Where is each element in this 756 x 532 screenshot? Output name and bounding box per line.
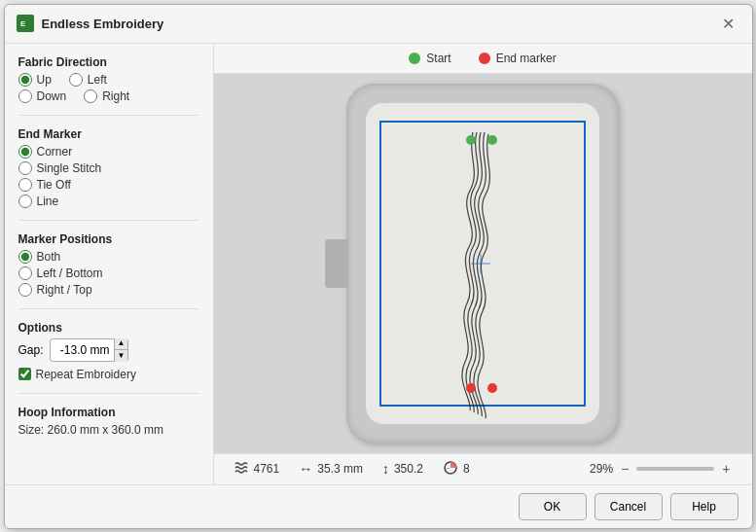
gap-input[interactable] [51,341,114,359]
corner-radio[interactable] [18,145,32,159]
canvas-area[interactable] [214,74,752,453]
end-dot [479,53,490,64]
fabric-down-option[interactable]: Down [18,89,67,103]
repeat-embroidery-option[interactable]: Repeat Embroidery [18,368,199,381]
single-stitch-radio[interactable] [18,161,32,175]
divider4 [18,393,199,394]
fabric-direction-title: Fabric Direction [18,55,199,69]
options-title: Options [18,321,199,335]
width-value: 35.3 mm [317,462,363,476]
start-legend: Start [409,52,450,65]
line-radio[interactable] [18,195,32,208]
gap-label: Gap: [18,343,44,357]
options-section: Options Gap: ▲ ▼ Repeat Embroidery [18,321,199,381]
tie-off-label: Tie Off [37,178,71,192]
both-radio[interactable] [18,250,32,264]
fabric-up-label: Up [37,73,52,87]
cancel-button[interactable]: Cancel [594,493,663,520]
embroidery-svg [366,103,599,424]
width-icon: ↔ [299,461,312,477]
gap-input-wrap: ▲ ▼ [50,338,129,362]
end-legend: End marker [479,52,557,65]
marker-positions-title: Marker Positions [18,232,199,246]
corner-label: Corner [37,145,73,159]
zoom-control: 29% − + [590,461,732,477]
fabric-down-label: Down [37,89,67,103]
zoom-in-button[interactable]: + [720,461,732,477]
preview-header: Start End marker [214,44,752,74]
height-value: 350.2 [394,462,423,476]
marker-both[interactable]: Both [18,250,199,264]
title-bar-left: E Endless Embroidery [17,15,164,32]
hoop-arm [325,239,348,288]
title-bar: E Endless Embroidery ✕ [5,5,752,44]
left-bottom-label: Left / Bottom [37,266,103,280]
hoop-outer [346,84,619,443]
gap-spin-up[interactable]: ▲ [115,338,128,351]
end-marker-group: Corner Single Stitch Tie Off Line [18,145,199,208]
end-marker-single[interactable]: Single Stitch [18,161,199,175]
repeat-checkbox[interactable] [18,368,31,380]
gap-spinners: ▲ ▼ [114,338,128,362]
fabric-left-radio[interactable] [69,73,83,87]
width-item: ↔ 35.3 mm [299,461,363,477]
gap-row: Gap: ▲ ▼ [18,338,199,362]
right-panel: Start End marker [214,44,752,484]
hoop-size-row: Size: 260.0 mm x 360.0 mm [18,423,199,437]
zoom-value: 29% [590,462,613,476]
dialog-title: Endless Embroidery [42,17,164,31]
ok-button[interactable]: OK [519,493,587,520]
status-bar: 4761 ↔ 35.3 mm ↕ 350.2 8 29% [214,453,752,484]
hoop-size-value: 260.0 mm x 360.0 mm [48,423,163,437]
close-button[interactable]: ✕ [716,13,740,35]
gap-spin-down[interactable]: ▼ [115,350,128,362]
zoom-out-button[interactable]: − [619,461,630,477]
marker-right-top[interactable]: Right / Top [18,283,199,297]
help-button[interactable]: Help [670,493,738,520]
svg-point-4 [466,135,476,145]
divider1 [18,115,199,116]
single-stitch-label: Single Stitch [37,161,102,175]
end-marker-line[interactable]: Line [18,195,199,208]
divider2 [18,220,199,221]
endless-embroidery-dialog: E Endless Embroidery ✕ Fabric Direction … [4,4,753,529]
dialog-icon: E [17,15,34,32]
right-top-label: Right / Top [37,283,92,297]
marker-positions-group: Both Left / Bottom Right / Top [18,250,199,297]
fabric-left-label: Left [88,73,107,87]
hoop-inner [366,103,599,424]
hoop-info-title: Hoop Information [18,406,199,419]
left-bottom-radio[interactable] [18,266,32,280]
fabric-down-radio[interactable] [18,89,32,103]
marker-positions-section: Marker Positions Both Left / Bottom Righ… [18,232,199,297]
fabric-left-option[interactable]: Left [69,73,107,87]
end-marker-corner[interactable]: Corner [18,145,199,159]
fabric-right-option[interactable]: Right [84,89,129,103]
end-marker-tieoff[interactable]: Tie Off [18,178,199,192]
divider3 [18,308,199,309]
end-marker-title: End Marker [18,127,199,141]
colors-icon [443,460,458,479]
left-panel: Fabric Direction Up Left [5,44,214,484]
zoom-slider[interactable] [636,467,714,471]
fabric-right-radio[interactable] [84,89,97,103]
stitch-count-item: 4761 [234,460,280,479]
fabric-up-radio[interactable] [18,73,32,87]
fabric-up-option[interactable]: Up [18,73,52,87]
stitch-count: 4761 [254,462,280,476]
end-marker-label: End marker [496,52,557,65]
right-top-radio[interactable] [18,283,32,297]
repeat-label: Repeat Embroidery [36,368,136,381]
hoop-info-section: Hoop Information Size: 260.0 mm x 360.0 … [18,406,199,437]
svg-point-7 [487,383,497,393]
stitch-icon [234,460,249,479]
fabric-direction-section: Fabric Direction Up Left [18,55,199,103]
colors-value: 8 [463,462,470,476]
hoop-size-label: Size: [18,423,45,437]
height-item: ↕ 350.2 [382,461,423,477]
dialog-footer: OK Cancel Help [5,484,752,528]
svg-point-5 [487,135,497,145]
marker-left-bottom[interactable]: Left / Bottom [18,266,199,280]
svg-text:E: E [20,19,26,28]
tie-off-radio[interactable] [18,178,32,192]
